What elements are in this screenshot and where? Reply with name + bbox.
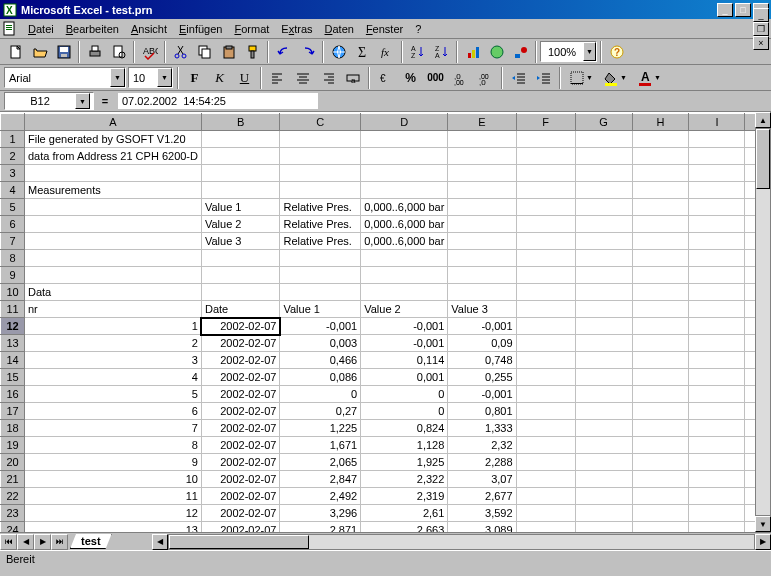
cell-B18[interactable]: 2002-02-07 bbox=[201, 420, 279, 437]
cell-C2[interactable] bbox=[280, 148, 361, 165]
cell-A11[interactable]: nr bbox=[25, 301, 202, 318]
cell-E3[interactable] bbox=[448, 165, 516, 182]
cell-I16[interactable] bbox=[689, 386, 745, 403]
row-header-21[interactable]: 21 bbox=[1, 471, 25, 488]
cell-C24[interactable]: 2,871 bbox=[280, 522, 361, 533]
cell-B21[interactable]: 2002-02-07 bbox=[201, 471, 279, 488]
row-header-14[interactable]: 14 bbox=[1, 352, 25, 369]
font-size-combo[interactable]: ▼ bbox=[128, 67, 173, 88]
cell-B4[interactable] bbox=[201, 182, 279, 199]
cell-E12[interactable]: -0,001 bbox=[448, 318, 516, 335]
cell-B23[interactable]: 2002-02-07 bbox=[201, 505, 279, 522]
cell-E13[interactable]: 0,09 bbox=[448, 335, 516, 352]
cell-E1[interactable] bbox=[448, 131, 516, 148]
cell-C10[interactable] bbox=[280, 284, 361, 301]
row-header-10[interactable]: 10 bbox=[1, 284, 25, 301]
cell-D11[interactable]: Value 2 bbox=[361, 301, 448, 318]
row-header-17[interactable]: 17 bbox=[1, 403, 25, 420]
cell-E5[interactable] bbox=[448, 199, 516, 216]
cell-G19[interactable] bbox=[575, 437, 632, 454]
fill-color-button[interactable]: ▼ bbox=[599, 67, 631, 89]
cell-D22[interactable]: 2,319 bbox=[361, 488, 448, 505]
cell-H3[interactable] bbox=[632, 165, 689, 182]
zoom-input[interactable] bbox=[541, 43, 583, 60]
cell-E4[interactable] bbox=[448, 182, 516, 199]
cell-H4[interactable] bbox=[632, 182, 689, 199]
cell-H23[interactable] bbox=[632, 505, 689, 522]
paste-button[interactable] bbox=[217, 41, 240, 63]
cell-A13[interactable]: 2 bbox=[25, 335, 202, 352]
cell-I18[interactable] bbox=[689, 420, 745, 437]
cell-B3[interactable] bbox=[201, 165, 279, 182]
tab-first-icon[interactable]: ⏮ bbox=[0, 534, 17, 550]
tab-next-icon[interactable]: ▶ bbox=[34, 534, 51, 550]
cell-C21[interactable]: 2,847 bbox=[280, 471, 361, 488]
cell-F1[interactable] bbox=[516, 131, 575, 148]
maximize-button[interactable]: □ bbox=[735, 3, 751, 17]
cell-B6[interactable]: Value 2 bbox=[201, 216, 279, 233]
cell-I2[interactable] bbox=[689, 148, 745, 165]
cell-G15[interactable] bbox=[575, 369, 632, 386]
cell-I23[interactable] bbox=[689, 505, 745, 522]
cell-A22[interactable]: 11 bbox=[25, 488, 202, 505]
cell-D20[interactable]: 1,925 bbox=[361, 454, 448, 471]
cell-F15[interactable] bbox=[516, 369, 575, 386]
cell-G23[interactable] bbox=[575, 505, 632, 522]
borders-button[interactable]: ▼ bbox=[565, 67, 597, 89]
row-header-22[interactable]: 22 bbox=[1, 488, 25, 505]
cell-B15[interactable]: 2002-02-07 bbox=[201, 369, 279, 386]
cell-B17[interactable]: 2002-02-07 bbox=[201, 403, 279, 420]
row-header-1[interactable]: 1 bbox=[1, 131, 25, 148]
cell-E8[interactable] bbox=[448, 250, 516, 267]
cell-F20[interactable] bbox=[516, 454, 575, 471]
spreadsheet-grid[interactable]: ABCDEFGHI1File generated by GSOFT V1.202… bbox=[0, 112, 771, 532]
row-header-2[interactable]: 2 bbox=[1, 148, 25, 165]
cell-G3[interactable] bbox=[575, 165, 632, 182]
copy-button[interactable] bbox=[193, 41, 216, 63]
row-header-18[interactable]: 18 bbox=[1, 420, 25, 437]
cell-D9[interactable] bbox=[361, 267, 448, 284]
cell-H22[interactable] bbox=[632, 488, 689, 505]
cell-A21[interactable]: 10 bbox=[25, 471, 202, 488]
cell-B14[interactable]: 2002-02-07 bbox=[201, 352, 279, 369]
function-button[interactable]: fx bbox=[375, 41, 398, 63]
name-box-input[interactable] bbox=[5, 94, 75, 109]
redo-button[interactable] bbox=[296, 41, 319, 63]
row-header-6[interactable]: 6 bbox=[1, 216, 25, 233]
cell-F5[interactable] bbox=[516, 199, 575, 216]
cell-B20[interactable]: 2002-02-07 bbox=[201, 454, 279, 471]
font-color-button[interactable]: A▼ bbox=[633, 67, 665, 89]
cell-H6[interactable] bbox=[632, 216, 689, 233]
cell-B10[interactable] bbox=[201, 284, 279, 301]
cell-I24[interactable] bbox=[689, 522, 745, 533]
cell-H12[interactable] bbox=[632, 318, 689, 335]
cell-G12[interactable] bbox=[575, 318, 632, 335]
cell-B13[interactable]: 2002-02-07 bbox=[201, 335, 279, 352]
cell-H10[interactable] bbox=[632, 284, 689, 301]
scroll-thumb[interactable] bbox=[169, 535, 309, 549]
cell-D13[interactable]: -0,001 bbox=[361, 335, 448, 352]
align-right-button[interactable] bbox=[316, 67, 339, 89]
cell-C22[interactable]: 2,492 bbox=[280, 488, 361, 505]
open-button[interactable] bbox=[28, 41, 51, 63]
row-header-4[interactable]: 4 bbox=[1, 182, 25, 199]
cell-A5[interactable] bbox=[25, 199, 202, 216]
cell-F10[interactable] bbox=[516, 284, 575, 301]
menu-?[interactable]: ? bbox=[409, 21, 427, 37]
cell-E17[interactable]: 0,801 bbox=[448, 403, 516, 420]
cell-E24[interactable]: 3,089 bbox=[448, 522, 516, 533]
cell-B1[interactable] bbox=[201, 131, 279, 148]
cell-C12[interactable]: -0,001 bbox=[280, 318, 361, 335]
cell-I14[interactable] bbox=[689, 352, 745, 369]
cell-F8[interactable] bbox=[516, 250, 575, 267]
cell-G2[interactable] bbox=[575, 148, 632, 165]
cell-D5[interactable]: 0,000..6,000 bar bbox=[361, 199, 448, 216]
cell-H1[interactable] bbox=[632, 131, 689, 148]
cell-D10[interactable] bbox=[361, 284, 448, 301]
col-header-E[interactable]: E bbox=[448, 114, 516, 131]
row-header-23[interactable]: 23 bbox=[1, 505, 25, 522]
cell-A10[interactable]: Data bbox=[25, 284, 202, 301]
align-left-button[interactable] bbox=[266, 67, 289, 89]
merge-center-button[interactable]: a bbox=[341, 67, 364, 89]
cell-H14[interactable] bbox=[632, 352, 689, 369]
